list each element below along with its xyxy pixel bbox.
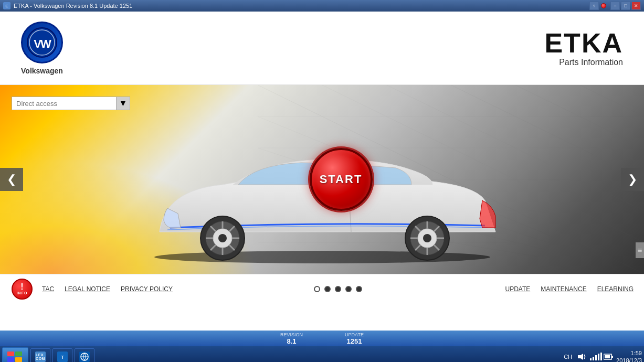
help-button[interactable]: ? — [589, 2, 599, 10]
clock-date: 2018/12/3 — [616, 357, 642, 362]
chevron-down-icon: ▼ — [119, 99, 128, 108]
elearning-link[interactable]: ELEARNING — [597, 285, 634, 293]
svg-point-35 — [423, 234, 431, 242]
globe-icon — [80, 353, 89, 361]
clock-time: 1:59 — [616, 349, 642, 357]
signal-icon — [589, 353, 602, 361]
etka-brand: ETKA Parts Information — [544, 29, 623, 67]
browser-icon — [79, 352, 90, 362]
dot-4[interactable] — [345, 286, 352, 292]
carousel: VW ▼ ❮ — [0, 85, 644, 274]
revision-label: REVISION — [280, 332, 303, 337]
footer-left-links: TAC LEGAL NOTICE PRIVACY POLICY — [42, 285, 505, 293]
svg-rect-59 — [600, 353, 602, 360]
speaker-icon — [577, 353, 588, 361]
chevron-left-icon: ❮ — [7, 173, 16, 186]
brand-name: Volkswagen — [21, 67, 63, 75]
info-icon-container: ! INFO — [10, 278, 34, 301]
update-status: UPDATE 1251 — [345, 332, 364, 345]
carousel-prev-button[interactable]: ❮ — [0, 168, 23, 191]
restore-button[interactable]: □ — [621, 2, 630, 10]
svg-text:VW: VW — [34, 37, 51, 50]
start-menu-button[interactable] — [2, 347, 28, 362]
dot-1[interactable] — [314, 286, 320, 292]
start-button-container: START — [310, 148, 373, 211]
close-button[interactable]: ✕ — [631, 2, 641, 10]
svg-rect-54 — [578, 355, 580, 358]
brand-logo-container: VW Volkswagen — [21, 22, 63, 75]
exclamation-icon: ! — [20, 283, 23, 291]
window-controls: − □ ✕ — [610, 2, 641, 10]
dot-2[interactable] — [324, 286, 331, 292]
system-clock: 1:59 2018/12/3 — [616, 349, 642, 362]
status-bar: REVISION 8.1 UPDATE 1251 — [0, 331, 644, 346]
teamviewer-app[interactable]: T — [52, 348, 72, 362]
svg-rect-58 — [598, 354, 599, 360]
header: VW Volkswagen ETKA Parts Information — [0, 12, 644, 85]
svg-line-8 — [579, 85, 644, 116]
country-code: CH — [564, 354, 572, 360]
windows-logo-icon — [7, 352, 23, 362]
chevron-right-icon: ❯ — [628, 173, 637, 186]
start-button[interactable]: START — [310, 148, 373, 211]
svg-rect-49 — [15, 357, 22, 362]
carousel-dots — [314, 286, 362, 292]
app-icon: E — [3, 2, 10, 9]
direct-access-container: ▼ — [12, 97, 130, 110]
footer-links-wrapper: TAC LEGAL NOTICE PRIVACY POLICY UPDATE M… — [42, 285, 634, 293]
etka-subtitle: Parts Information — [544, 58, 623, 67]
browser-app[interactable] — [75, 348, 94, 362]
maintenance-link[interactable]: MAINTENANCE — [541, 285, 586, 293]
dot-5[interactable] — [356, 286, 362, 292]
legal-notice-link[interactable]: LEGAL NOTICE — [65, 285, 110, 293]
update-link[interactable]: UPDATE — [505, 285, 531, 293]
revision-status: REVISION 8.1 — [280, 332, 303, 345]
info-label: INFO — [17, 291, 28, 295]
tac-link[interactable]: TAC — [42, 285, 54, 293]
app-window: VW Volkswagen ETKA Parts Information — [0, 12, 644, 331]
vw-logo-svg: VW — [26, 27, 58, 58]
title-bar-extra-controls: ? — [589, 2, 606, 10]
update-label: UPDATE — [345, 332, 364, 337]
svg-rect-56 — [593, 357, 594, 360]
direct-access-dropdown[interactable]: ▼ — [117, 97, 130, 110]
status-dot — [601, 3, 606, 8]
taskbar-right: CH 1:59 2018/12/3 — [564, 349, 642, 362]
update-value: 1251 — [345, 337, 364, 345]
svg-rect-61 — [611, 356, 613, 358]
teamviewer-icon: T — [57, 352, 68, 362]
window-title: ETKA - Volkswagen Revision 8.1 Update 12… — [14, 3, 589, 9]
minimize-button[interactable]: − — [610, 2, 620, 10]
svg-rect-62 — [605, 355, 610, 358]
lexcom-icon: LEXCOM — [35, 352, 46, 362]
vw-logo: VW — [21, 22, 63, 63]
scroll-indicator: ≡ — [636, 242, 644, 258]
direct-access-input[interactable] — [12, 97, 117, 110]
svg-rect-47 — [15, 352, 22, 356]
svg-rect-48 — [7, 357, 14, 362]
battery-icon — [604, 353, 613, 361]
lexcom-label: LEXCOM — [36, 353, 45, 360]
privacy-policy-link[interactable]: PRIVACY POLICY — [121, 285, 173, 293]
svg-rect-46 — [7, 352, 14, 356]
footer-right-links: UPDATE MAINTENANCE ELEARNING — [505, 285, 634, 293]
etka-title: ETKA — [544, 29, 623, 57]
teamviewer-logo-icon: T — [58, 353, 67, 361]
info-circle[interactable]: ! INFO — [12, 279, 33, 300]
svg-point-23 — [218, 234, 227, 242]
svg-rect-55 — [590, 358, 592, 360]
lexcom-app[interactable]: LEXCOM — [30, 348, 50, 362]
svg-rect-57 — [595, 355, 597, 360]
title-bar: E ETKA - Volkswagen Revision 8.1 Update … — [0, 0, 644, 12]
footer: ! INFO TAC LEGAL NOTICE PRIVACY POLICY U… — [0, 274, 644, 303]
carousel-next-button[interactable]: ❯ — [621, 168, 644, 191]
system-indicators — [577, 353, 613, 361]
svg-text:T: T — [61, 355, 64, 360]
dot-3[interactable] — [335, 286, 341, 292]
taskbar: LEXCOM T CH — [0, 346, 644, 362]
revision-value: 8.1 — [280, 337, 303, 345]
